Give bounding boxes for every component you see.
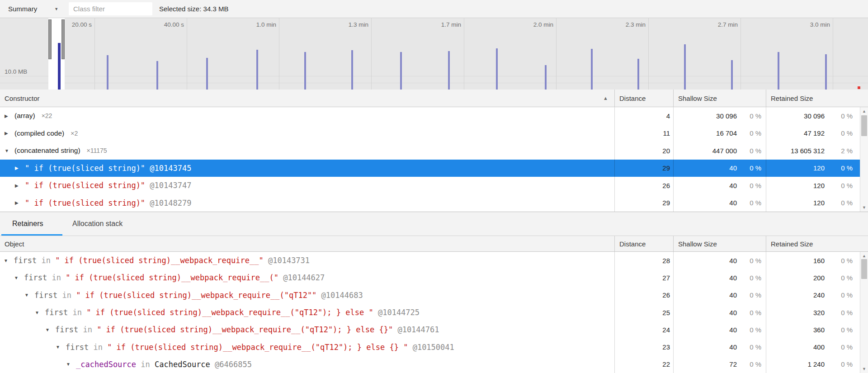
constructor-row[interactable]: ▶" if (true(sliced string)" @10143745294… — [0, 160, 860, 177]
time-axis-label: 20.00 s — [72, 21, 92, 28]
column-header-constructor[interactable]: Constructor ▲ — [0, 90, 614, 107]
expand-toggle-icon[interactable]: ▶ — [15, 165, 25, 170]
column-header-label: Object — [5, 240, 24, 248]
memory-allocation-bar — [731, 60, 733, 90]
tab-allocation-stack[interactable]: Allocation stack — [72, 212, 123, 236]
retainer-row[interactable]: ▼first in " if (true(sliced string)__web… — [0, 287, 860, 304]
expand-toggle-icon[interactable]: ▼ — [45, 327, 55, 332]
column-header-object[interactable]: Object — [0, 236, 614, 251]
retained-size-cell: 2000 % — [766, 269, 860, 286]
retainer-row[interactable]: ▼first in " if (true(sliced string)__web… — [0, 338, 860, 355]
object-label: " if (true(sliced string)" — [25, 164, 145, 173]
timeline-gridline — [187, 18, 187, 90]
tab-retainers[interactable]: Retainers — [12, 212, 43, 236]
shallow-size-cell: 400 % — [673, 177, 766, 194]
memory-allocation-bar — [684, 44, 686, 90]
column-header-shallow-size[interactable]: Shallow Size — [673, 90, 766, 107]
size-percent: 0 % — [825, 291, 860, 299]
size-percent: 0 % — [737, 182, 766, 189]
constructor-scrollbar[interactable]: ▲ ▼ — [860, 107, 868, 212]
size-value: 120 — [766, 164, 825, 172]
scroll-up-icon[interactable]: ▲ — [860, 253, 868, 259]
retained-size-cell: 1200 % — [766, 194, 860, 212]
memory-allocation-bar — [400, 52, 402, 90]
expand-toggle-icon[interactable]: ▶ — [15, 200, 25, 205]
class-filter-input[interactable] — [69, 2, 152, 15]
retainers-scrollbar[interactable]: ▲ ▼ — [860, 252, 868, 373]
memory-timeline[interactable]: 10.0 MB 20.00 s40.00 s1.0 min1.3 min1.7 … — [0, 18, 868, 90]
distance-cell: 28 — [614, 252, 673, 269]
constructor-row[interactable]: ▶(array)×22430 0960 %30 0960 % — [0, 107, 860, 125]
class-name-label: (concatenated string) — [14, 146, 80, 155]
constructor-row[interactable]: ▶" if (true(sliced string)" @10148279294… — [0, 194, 860, 212]
distance-cell: 20 — [614, 142, 673, 160]
selected-size-label: Selected size: 34.3 MB — [159, 0, 228, 18]
size-percent: 0 % — [825, 182, 860, 189]
memory-allocation-bar — [156, 61, 158, 90]
size-percent: 0 % — [825, 257, 860, 264]
size-percent: 0 % — [825, 360, 860, 368]
expand-toggle-icon[interactable]: ▼ — [14, 275, 24, 280]
size-percent: 2 % — [825, 147, 860, 155]
column-header-distance[interactable]: Distance — [614, 90, 673, 107]
object-id: @10144725 — [373, 308, 420, 317]
scroll-up-icon[interactable]: ▲ — [860, 108, 868, 114]
expand-toggle-icon[interactable]: ▶ — [15, 183, 25, 188]
shallow-size-cell: 400 % — [673, 269, 766, 286]
expand-toggle-icon[interactable]: ▼ — [35, 310, 45, 315]
retained-size-cell: 2400 % — [766, 287, 860, 304]
instance-count: ×22 — [42, 112, 52, 119]
column-header-label: Retained Size — [771, 240, 813, 248]
object-name-cell: ▶" if (true(sliced string)" @10143745 — [0, 160, 614, 177]
scroll-down-icon[interactable]: ▼ — [860, 366, 868, 372]
in-keyword: in — [78, 325, 97, 334]
scrollbar-thumb[interactable] — [861, 115, 867, 136]
perspective-dropdown[interactable]: Summary ▼ — [8, 0, 58, 18]
retainer-row[interactable]: ▼first in " if (true(sliced string)__web… — [0, 269, 860, 286]
scrollbar-thumb[interactable] — [861, 259, 867, 279]
size-percent: 0 % — [737, 326, 766, 334]
distance-cell: 4 — [614, 107, 673, 125]
expand-toggle-icon[interactable]: ▼ — [4, 258, 14, 263]
retainer-row[interactable]: ▼first in " if (true(sliced string)__web… — [0, 304, 860, 321]
constructor-row[interactable]: ▶" if (true(sliced string)" @10143747264… — [0, 177, 860, 194]
distance-cell: 27 — [614, 269, 673, 286]
size-value: 200 — [766, 274, 825, 282]
column-header-shallow-size[interactable]: Shallow Size — [673, 236, 766, 251]
expand-toggle-icon[interactable]: ▼ — [56, 345, 66, 349]
shallow-size-cell: 400 % — [673, 287, 766, 304]
memory-allocation-bar — [448, 51, 450, 90]
retainer-row[interactable]: ▼first in " if (true(sliced string)__web… — [0, 252, 860, 269]
column-header-retained-size[interactable]: Retained Size — [766, 236, 860, 251]
constructor-row[interactable]: ▶(compiled code)×21116 7040 %47 1920 % — [0, 125, 860, 142]
shallow-size-cell: 30 0960 % — [673, 107, 766, 125]
object-label: " if (true(sliced string)__webpack_requi… — [76, 291, 316, 300]
column-header-distance[interactable]: Distance — [614, 236, 673, 251]
size-value: 40 — [674, 164, 737, 172]
object-label: " if (true(sliced string)__webpack_requi… — [55, 256, 264, 265]
shallow-size-cell: 400 % — [673, 321, 766, 338]
constructor-row[interactable]: ▼(concatenated string)×1117520447 0000 %… — [0, 142, 860, 160]
expand-toggle-icon[interactable]: ▼ — [5, 148, 14, 153]
retained-size-cell: 4000 % — [766, 338, 860, 355]
timeline-gridline — [464, 18, 464, 90]
retained-size-cell: 1200 % — [766, 160, 860, 177]
retainer-row[interactable]: ▼first in " if (true(sliced string)__web… — [0, 321, 860, 338]
distance-cell: 22 — [614, 356, 673, 373]
selection-handle-left[interactable] — [48, 19, 52, 59]
expand-toggle-icon[interactable]: ▶ — [5, 113, 14, 118]
shallow-size-cell: 400 % — [673, 194, 766, 212]
column-header-retained-size[interactable]: Retained Size — [766, 90, 860, 107]
object-label: " if (true(sliced string)__webpack_requi… — [86, 308, 373, 317]
scroll-down-icon[interactable]: ▼ — [860, 204, 868, 211]
size-value: 40 — [674, 326, 737, 334]
bottom-panel-tabbar: Retainers Allocation stack — [0, 212, 868, 236]
expand-toggle-icon[interactable]: ▼ — [66, 362, 76, 367]
retainer-row[interactable]: ▼_cachedSource in CachedSource @64668552… — [0, 356, 860, 373]
size-percent: 0 % — [825, 326, 860, 334]
expand-toggle-icon[interactable]: ▶ — [5, 131, 14, 136]
object-id: @10144683 — [316, 291, 363, 300]
timeline-selection-window[interactable] — [48, 18, 65, 90]
expand-toggle-icon[interactable]: ▼ — [24, 293, 34, 297]
selection-handle-right[interactable] — [61, 19, 65, 59]
